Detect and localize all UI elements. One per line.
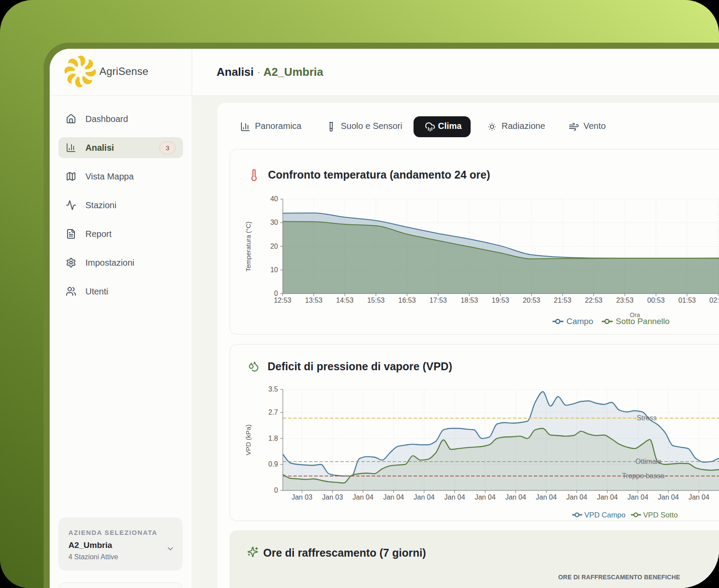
svg-text:10: 10 (270, 266, 278, 274)
svg-text:30: 30 (270, 219, 278, 226)
svg-text:0: 0 (274, 487, 278, 494)
svg-text:14:53: 14:53 (336, 297, 353, 304)
svg-text:15:53: 15:53 (367, 297, 385, 304)
svg-text:VPD Campo: VPD Campo (584, 511, 625, 519)
svg-text:20:53: 20:53 (523, 297, 540, 304)
svg-text:19:53: 19:53 (492, 297, 509, 304)
svg-text:3.5: 3.5 (268, 385, 278, 393)
svg-text:20: 20 (270, 243, 278, 250)
svg-text:Stress: Stress (637, 414, 656, 422)
svg-text:Jan 04: Jan 04 (658, 493, 679, 501)
svg-text:Jan 04: Jan 04 (627, 493, 648, 501)
svg-text:12:53: 12:53 (274, 297, 291, 304)
svg-text:0: 0 (274, 290, 278, 297)
svg-text:Temperatura (°C): Temperatura (°C) (244, 221, 252, 271)
svg-text:Jan 03: Jan 03 (322, 493, 343, 501)
svg-text:02:53: 02:53 (709, 297, 719, 304)
svg-text:21:53: 21:53 (554, 297, 571, 304)
svg-text:1.8: 1.8 (268, 435, 278, 442)
svg-text:13:53: 13:53 (305, 297, 322, 304)
svg-text:Jan 04: Jan 04 (597, 493, 618, 501)
svg-text:Jan 03: Jan 03 (292, 493, 312, 501)
svg-text:Jan 04: Jan 04 (414, 493, 434, 501)
svg-text:Jan 04: Jan 04 (688, 493, 709, 501)
svg-text:Ottimale: Ottimale (635, 458, 661, 465)
svg-text:Jan 04: Jan 04 (566, 493, 587, 501)
svg-text:VPD (kPa): VPD (kPa) (244, 425, 252, 456)
svg-text:00:53: 00:53 (647, 297, 665, 304)
svg-text:2.7: 2.7 (268, 409, 278, 416)
svg-text:Jan 04: Jan 04 (444, 493, 465, 501)
svg-text:Campo: Campo (566, 317, 593, 326)
svg-text:16:53: 16:53 (398, 297, 416, 304)
svg-text:Jan 04: Jan 04 (536, 493, 557, 501)
svg-text:Troppo bassa: Troppo bassa (622, 472, 664, 480)
svg-text:Jan 04: Jan 04 (383, 493, 404, 501)
svg-text:Jan 04: Jan 04 (505, 493, 526, 501)
svg-text:Jan 04: Jan 04 (353, 493, 373, 501)
svg-text:0.9: 0.9 (268, 460, 278, 468)
svg-text:VPD Sotto: VPD Sotto (643, 511, 678, 519)
svg-text:22:53: 22:53 (585, 297, 602, 304)
svg-text:Sotto Pannello: Sotto Pannello (616, 317, 670, 326)
svg-text:Jan 04: Jan 04 (475, 493, 495, 501)
svg-text:01:53: 01:53 (678, 297, 696, 304)
svg-text:18:53: 18:53 (461, 297, 478, 304)
svg-text:40: 40 (270, 195, 278, 203)
svg-text:17:53: 17:53 (429, 297, 447, 304)
svg-text:23:53: 23:53 (616, 297, 634, 304)
